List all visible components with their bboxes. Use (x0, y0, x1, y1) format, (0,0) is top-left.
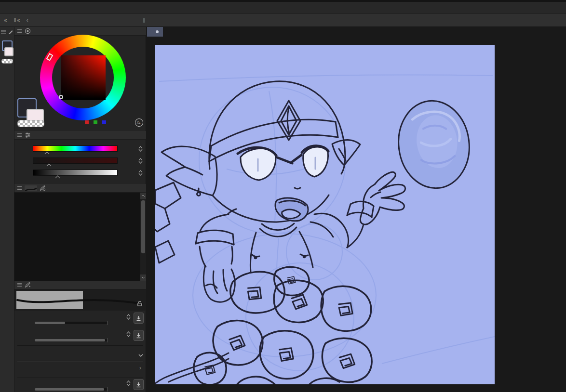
brush-size-panel-header[interactable] (14, 184, 146, 193)
rgb-readout (85, 120, 108, 124)
panel-menu-icon[interactable] (17, 185, 22, 191)
opacity-stepper[interactable] (126, 331, 131, 337)
tool-strip-header[interactable] (0, 27, 14, 37)
rock-pile (194, 267, 372, 384)
slider-panel-icon[interactable] (25, 132, 31, 138)
menu-bar (0, 2, 566, 14)
hue-slider[interactable] (33, 145, 118, 152)
brush-stroke-preview (14, 289, 146, 311)
panel-menu-icon[interactable] (0, 29, 6, 35)
saturation-slider[interactable] (33, 157, 118, 164)
brush-size-stepper[interactable] (126, 314, 131, 320)
drawing-canvas[interactable] (155, 45, 495, 384)
opacity-property-row (14, 329, 146, 345)
brush-size-scrollbar[interactable] (140, 193, 146, 281)
restore-default-icon[interactable] (134, 330, 144, 341)
hardness-property-row: › (14, 363, 146, 376)
transparent-color-swatch[interactable] (17, 120, 44, 127)
divider (17, 328, 143, 328)
transparent-color-swatch[interactable] (1, 59, 13, 64)
tool-property-panel-header[interactable] (14, 281, 146, 289)
v-stepper[interactable] (138, 170, 143, 176)
canvas-artwork (155, 45, 495, 384)
scroll-up-icon[interactable] (140, 193, 146, 199)
pen-mini-icon (8, 29, 13, 35)
stroke-preview-icon[interactable] (25, 185, 37, 191)
opacity-slider[interactable] (35, 339, 107, 341)
canvas-area (146, 27, 566, 392)
density-property-row (14, 378, 146, 392)
brush-size-slider[interactable] (35, 322, 107, 324)
h-stepper[interactable] (138, 146, 143, 152)
collapse-arrow-icon[interactable]: ‹ (27, 17, 28, 24)
character-lineart (155, 81, 405, 383)
value-slider-row (26, 169, 146, 176)
blue-swatch-icon (102, 120, 106, 124)
color-circle-tab-icon[interactable] (25, 28, 31, 34)
color-mode-toggle-icon[interactable]: ▷ (134, 118, 145, 128)
brush-size-property-row (14, 312, 146, 328)
color-slider-panel-header[interactable] (14, 131, 146, 140)
divider (17, 361, 143, 361)
chevron-down-icon[interactable] (138, 351, 143, 359)
chevron-right-icon[interactable]: › (139, 364, 141, 371)
s-slider-caret[interactable] (47, 164, 52, 169)
red-swatch-icon (85, 120, 89, 124)
sv-marker[interactable] (59, 95, 63, 99)
brush-size-grid (14, 193, 140, 281)
color-wheel-panel: ▷ (14, 27, 146, 131)
panel-menu-icon[interactable] (17, 132, 22, 138)
green-swatch-icon (94, 120, 97, 124)
tool-property-panel: › (14, 281, 146, 392)
scroll-down-icon[interactable] (140, 274, 146, 281)
scrollbar-thumb[interactable] (141, 200, 145, 253)
brush-preset-bar[interactable] (14, 289, 146, 311)
divider (17, 345, 143, 346)
smoothing-property-row (14, 346, 146, 363)
restore-default-icon[interactable] (134, 379, 144, 390)
color-slider-panel (14, 131, 146, 184)
toolbar-grip-icon[interactable]: ‖ (143, 17, 145, 24)
value-slider[interactable] (33, 170, 118, 176)
hue-slider-row (26, 145, 146, 152)
panel-handle-icon[interactable]: ‖ « (14, 17, 20, 24)
s-stepper[interactable] (138, 158, 143, 164)
collapse-left-icon[interactable]: « (4, 17, 7, 24)
panel-column: ▷ (14, 27, 146, 392)
saturation-slider-row (26, 157, 146, 164)
clip-studio-paint-window: « ‖ « ‹ ‖ (0, 0, 566, 392)
tool-strip (0, 27, 14, 392)
restore-default-icon[interactable] (134, 313, 144, 324)
density-stepper[interactable] (126, 380, 131, 386)
divider (17, 377, 143, 378)
lock-icon[interactable] (136, 300, 143, 309)
tab-close-icon[interactable] (156, 30, 159, 33)
panel-menu-icon[interactable] (17, 28, 22, 34)
panel-menu-icon[interactable] (17, 282, 22, 287)
brush-gear-icon (25, 282, 31, 288)
density-slider[interactable] (35, 388, 107, 391)
saturation-value-square[interactable] (61, 55, 106, 100)
magic-orb (393, 97, 474, 192)
v-slider-caret[interactable] (55, 176, 60, 181)
brush-size-panel (14, 184, 146, 281)
panel-collapse-zone: « ‖ « ‹ (0, 17, 143, 24)
document-tab[interactable] (147, 27, 163, 37)
brush-icon (40, 185, 46, 191)
h-slider-caret[interactable] (45, 152, 50, 157)
command-bar: « ‖ « ‹ ‖ (0, 14, 566, 27)
sub-color-swatch[interactable] (4, 47, 13, 56)
